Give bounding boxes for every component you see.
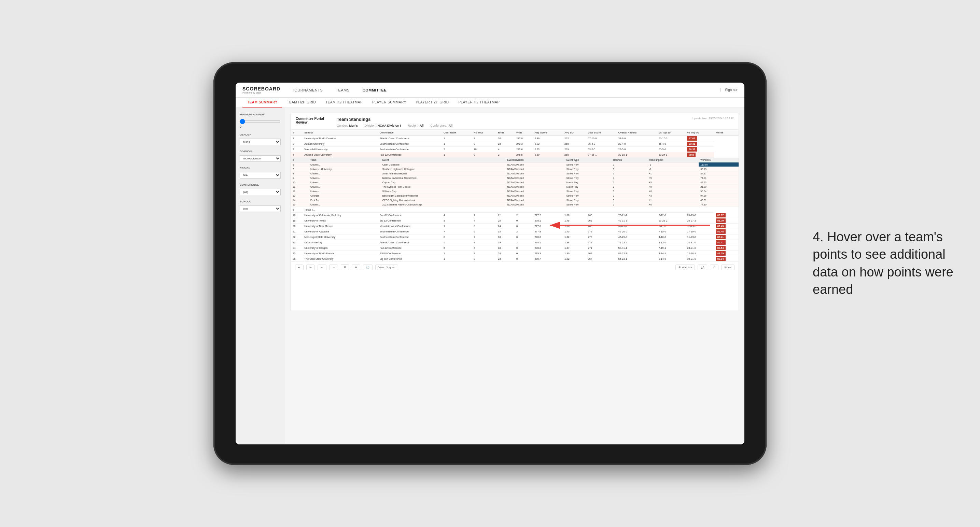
app-header: SCOREBOARD Powered by clippi TOURNAMENTS… [235,83,745,98]
extra-button[interactable]: ⊕ [352,265,360,270]
inner-col-rank-impact: Rank Impact [648,158,699,162]
inner-table-row: 7 Univers... University Southern Highlan… [291,167,738,171]
points-cell[interactable]: 90.32 [685,147,714,152]
inner-table-row: 13 Georgia Ben Hogan Collegiate Invitati… [291,194,738,198]
view-original-button[interactable]: View: Original [375,265,398,270]
col-points: Points [714,130,738,136]
conference-label: Conference [240,183,281,186]
table-row: 20 University of New Mexico Mountain Wes… [291,224,738,229]
min-rounds-slider[interactable] [240,119,281,124]
sidebar-gender: Gender Men's [240,133,281,145]
filter-gender: Gender: Men's [337,124,358,127]
tablet-screen: SCOREBOARD Powered by clippi TOURNAMENTS… [235,83,745,444]
subnav-player-h2h-grid[interactable]: PLAYER H2H GRID [411,98,454,107]
page-annotation: 4. Hover over a team's points to see add… [813,229,959,298]
points-cell-highlighted[interactable]: 79.5 [685,152,714,158]
table-row: 25 University of North Florida ASUN Conf… [291,251,738,256]
col-school: School [302,130,378,136]
filter-division-value: NCAA Division I [378,124,401,127]
watch-button[interactable]: 👁 Watch ▾ [675,265,695,270]
sub-nav: TEAM SUMMARY TEAM H2H GRID TEAM H2H HEAT… [235,98,745,108]
table-row: 1 University of North Carolina Atlantic … [291,136,738,141]
table-row: 18 University of California, Berkeley Pa… [291,213,738,218]
col-rank: # [291,130,302,136]
copy-button[interactable]: ⧉ [341,264,349,270]
redo-button[interactable]: ↪ [306,265,315,270]
inner-table-row: 12 Univers... Williams Cup NCAA Division… [291,189,738,194]
school-select[interactable]: (All) [240,205,281,212]
toolbar-bottom: ↩ ↪ ← → ⧉ ⊕ 🕐 View: Original 👁 Watch ▾ 💬… [291,262,738,272]
share-button[interactable]: Share [721,265,735,270]
school-cell: University of North Carolina [302,136,378,141]
table-row: 21 University of Alabama Southeastern Co… [291,229,738,235]
col-conf-rank: Conf Rank [442,130,472,136]
points-cell[interactable]: 97.02 [685,136,714,141]
filter-division: Division: NCAA Division I [365,124,401,127]
col-wins: Wins [515,130,533,136]
gender-label: Gender [240,133,281,136]
inner-table-row: 9 Univers... National Invitational Tourn… [291,176,738,180]
inner-table-row: 15 Univers... 2023 Sahalee Players Champ… [291,202,738,207]
filter-division-label: Division: [365,124,376,127]
sidebar-region: Region N/A [240,167,281,178]
subnav-team-h2h-grid[interactable]: TEAM H2H GRID [282,98,321,107]
inner-col-points: W Points [698,158,738,162]
col-no-tour: No Tour [472,130,496,136]
forward-button[interactable]: → [329,265,338,270]
table-row: 22 Mississippi State University Southeas… [291,235,738,240]
inner-table-row: 8 Univers... Amer An Intercollegiate NCA… [291,171,738,176]
subnav-team-summary[interactable]: TEAM SUMMARY [242,98,282,108]
col-conference: Conference [378,130,442,136]
table-row-highlighted: 4 Arizona State University Pac-12 Confer… [291,152,738,158]
division-label: Division [240,150,281,153]
gender-select[interactable]: Men's [240,138,281,145]
conf-rank-cell: 1 [442,136,472,141]
table-row: 19 University of Texas Big 12 Conference… [291,218,738,224]
inner-table-row: 10 Univers... Copper Cup NCAA Division I… [291,180,738,185]
report-panel: Committee Portal Review Team Standings G… [291,113,739,311]
school-label: School [240,200,281,203]
inner-table-row: 11 Univers... The Cypress Point Classic … [291,185,738,189]
back-button[interactable]: ← [318,265,326,270]
resize-button[interactable]: ⤢ [710,265,718,270]
min-rounds-label: Minimum Rounds [240,113,281,116]
inner-col-type: Event Type [565,158,612,162]
report-main: Team Standings Gender: Men's Division: N… [337,117,692,127]
points-cell[interactable]: 93.31 [685,141,714,147]
clock-button[interactable]: 🕐 [363,265,372,270]
filter-conference-label: Conference: [430,124,447,127]
region-select[interactable]: N/A [240,172,281,178]
inner-col-rounds: Rounds [611,158,647,162]
logo-area: SCOREBOARD Powered by clippi [242,86,280,94]
subnav-team-h2h-heatmap[interactable]: TEAM H2H HEATMAP [321,98,368,107]
col-rnds: Rnds [496,130,515,136]
sign-out-button[interactable]: Sign out [721,88,738,92]
inner-detail-table: # Team Event Event Division Event Type R… [291,158,738,207]
update-time: Update time: 13/03/2024 10:03:42 [692,117,734,120]
comment-button[interactable]: 💬 [698,265,707,270]
subnav-player-summary[interactable]: PLAYER SUMMARY [368,98,411,107]
standings-table: # School Conference Conf Rank No Tour Rn… [291,130,738,262]
inner-col-division: Event Division [505,158,565,162]
expanded-detail-row: # Team Event Event Division Event Type R… [291,158,738,207]
sidebar: Minimum Rounds 0 Gender Men's Division N [235,108,285,444]
col-low-score: Low Score [586,130,617,136]
conference-cell: Atlantic Coast Conference [378,136,442,141]
filter-gender-value: Men's [349,124,358,127]
table-row: 3 Vanderbilt University Southeastern Con… [291,147,738,152]
nav-teams[interactable]: TEAMS [334,83,351,98]
main-content: Minimum Rounds 0 Gender Men's Division N [235,108,745,444]
rank-cell: 1 [291,136,302,141]
nav-tournaments[interactable]: TOURNAMENTS [291,83,324,98]
subnav-player-h2h-heatmap[interactable]: PLAYER H2H HEATMAP [453,98,504,107]
report-title-section: Committee Portal Review [296,117,337,124]
region-label: Region [240,167,281,170]
inner-col-num: # [291,158,309,162]
division-select[interactable]: NCAA Division I [240,155,281,162]
undo-button[interactable]: ↩ [295,265,304,270]
inner-table-header: # Team Event Event Division Event Type R… [291,158,738,162]
nav-committee[interactable]: COMMITTEE [361,83,388,98]
conference-select[interactable]: (All) [240,189,281,195]
table-row: 24 University of Oregon Pac-12 Conferenc… [291,245,738,251]
app-logo: SCOREBOARD [242,86,280,92]
